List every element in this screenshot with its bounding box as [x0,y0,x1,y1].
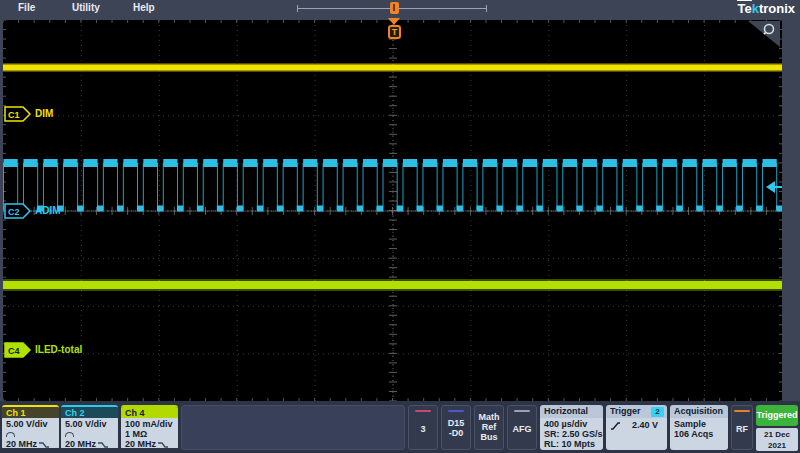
channel4-badge-title: Ch 4 [121,407,178,418]
probe-icon [6,432,15,437]
trigger-position-marker-icon[interactable] [390,2,399,14]
horizontal-title: Horizontal [540,405,603,418]
record-length: RL: 10 Mpts [544,439,603,449]
badge-tray [181,405,405,450]
menu-bar: File Utility Help Tektronix [0,0,800,17]
digital-group-count: 3 [409,424,437,434]
channel1-label: DIM [35,108,53,119]
digital-group-color-line [415,410,431,412]
acquisition-count: 106 Acqs [674,429,728,439]
svg-text:C4: C4 [8,346,20,356]
channel4-badge[interactable]: Ch 4 100 mA/div 1 MΩ 20 MHz [121,405,178,450]
afg-color-line [514,410,530,412]
math-label: Math [475,412,503,422]
rf-badge[interactable]: RF [731,405,753,450]
rf-color-line [734,410,750,412]
graticule-and-traces [3,20,782,401]
bw-limit-icon [98,441,108,449]
menu-file[interactable]: File [18,2,35,13]
horizontal-badge[interactable]: Horizontal 400 µs/div SR: 2.50 GS/s RL: … [540,405,603,450]
channel2-badge[interactable]: Ch 2 5.00 V/div 20 MHz [61,405,118,450]
channel2-badge-title: Ch 2 [61,407,118,418]
acquisition-title: Acquisition [670,405,728,418]
afg-badge[interactable]: AFG [507,405,537,450]
channel2-marker[interactable]: C2 [4,203,32,219]
trigger-position-flag[interactable]: T [388,25,401,39]
status-bar: Ch 1 5.00 V/div 20 MHz Ch 2 5.00 V/div 2… [0,401,800,453]
oscilloscope-app: File Utility Help Tektronix C1 DIM C2 AD… [0,0,800,453]
channel1-marker[interactable]: C1 [4,106,32,122]
rising-edge-icon [610,421,622,431]
afg-label: AFG [508,424,536,434]
rf-label: RF [732,424,752,434]
trigger-position-arrow-icon[interactable] [388,18,400,25]
menu-utility[interactable]: Utility [72,2,100,13]
digital-channels-color-line [448,410,464,412]
horizontal-position-scrollbar[interactable] [297,5,487,12]
trigger-status-badge: Triggered [756,405,798,426]
channel2-label: ADIM [35,205,61,216]
trigger-level-value: 2.40 V [632,420,658,430]
svg-text:C2: C2 [8,207,20,217]
bus-label: Bus [475,432,503,442]
ch4-scale: 100 mA/div [125,419,178,429]
acquisition-badge[interactable]: Acquisition Sample 106 Acqs [670,405,728,450]
menu-help[interactable]: Help [133,2,155,13]
ch4-bandwidth: 20 MHz [125,439,156,449]
acquisition-mode: Sample [674,419,728,429]
channel1-badge-title: Ch 1 [2,407,59,418]
digital-channels-badge[interactable]: D15 -D0 [441,405,471,450]
channel4-marker[interactable]: C4 [4,342,32,358]
probe-icon [65,432,74,437]
digital-group-badge[interactable]: 3 [408,405,438,450]
ref-label: Ref [475,422,503,432]
channel1-badge[interactable]: Ch 1 5.00 V/div 20 MHz [2,405,59,450]
date-label: 21 Dec 2021 [756,429,798,451]
trigger-title: Trigger [610,406,641,416]
waveform-display[interactable]: C1 DIM C2 ADIM C4 ILED-total T [3,20,782,401]
trigger-source-chip: 2 [651,407,664,417]
trigger-level-bar [775,186,782,188]
bw-limit-icon [158,441,168,449]
horizontal-scale: 400 µs/div [544,419,603,429]
ch1-bandwidth: 20 MHz [6,439,37,449]
datetime-box: 21 Dec 2021 16:26:23 [756,428,798,451]
tektronix-logo: Tektronix [737,1,795,16]
ch4-impedance: 1 MΩ [125,429,178,439]
trigger-level-arrow-icon[interactable] [766,181,782,193]
channel4-label: ILED-total [35,344,82,355]
ch2-scale: 5.00 V/div [65,419,118,429]
trigger-badge[interactable]: Trigger2 2.40 V [606,405,667,450]
ch1-scale: 5.00 V/div [6,419,59,429]
svg-text:C1: C1 [8,110,20,120]
digital-lo: -D0 [442,428,470,438]
digital-hi: D15 [442,418,470,428]
ch2-bandwidth: 20 MHz [65,439,96,449]
math-ref-bus-badge[interactable]: Math Ref Bus [474,405,504,450]
trigger-level-triangle [766,181,775,193]
bw-limit-icon [39,441,49,449]
sample-rate: SR: 2.50 GS/s [544,429,603,439]
